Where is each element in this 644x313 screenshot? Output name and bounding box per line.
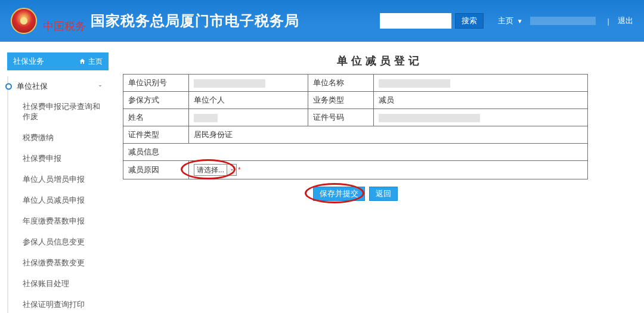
home-link[interactable]: 主页 ▼: [498, 16, 523, 26]
button-row: 保存并提交 返回: [123, 187, 588, 201]
chevron-down-icon: [97, 82, 104, 91]
sidebar-group-unit-social[interactable]: 单位社保: [8, 76, 109, 97]
national-emblem-icon: [11, 8, 37, 34]
sidebar-item[interactable]: 社保费申报: [8, 148, 109, 169]
value-unit-id: [189, 75, 308, 92]
current-user-placeholder: [530, 17, 596, 25]
value-cert-no: [374, 109, 588, 126]
value-biz-type: 减员: [374, 92, 588, 109]
sidebar-item[interactable]: 社保证明查询打印: [8, 295, 109, 313]
reduce-reason-select[interactable]: 请选择...: [194, 164, 237, 176]
value-cert-type: 居民身份证: [189, 126, 588, 144]
section-reduce-info: 减员信息: [123, 144, 588, 161]
site-title: 国家税务总局厦门市电子税务局: [91, 11, 299, 30]
sidebar-items: 社保费申报记录查询和作废 税费缴纳 社保费申报 单位人员增员申报 单位人员减员申…: [8, 97, 109, 313]
divider: |: [608, 17, 609, 26]
sidebar-item[interactable]: 社保账目处理: [8, 274, 109, 295]
logout-link[interactable]: 退出: [618, 16, 633, 26]
home-icon: [79, 58, 86, 65]
app-header: 中国税务 国家税务总局厦门市电子税务局 搜索 主页 ▼ | 退出: [0, 0, 644, 42]
label-insure-mode: 参保方式: [123, 92, 189, 109]
back-button[interactable]: 返回: [369, 187, 398, 201]
sidebar-home-link[interactable]: 主页: [79, 57, 103, 67]
sidebar-item[interactable]: 单位人员减员申报: [8, 190, 109, 211]
chevron-down-icon: ▼: [517, 18, 523, 24]
sidebar-item[interactable]: 税费缴纳: [8, 128, 109, 148]
search-button[interactable]: 搜索: [455, 13, 484, 29]
value-unit-name: [374, 75, 588, 92]
form-table: 单位识别号 单位名称 参保方式 单位个人 业务类型 减员 姓名 证件号码 证件类…: [123, 74, 588, 179]
sidebar-item[interactable]: 年度缴费基数申报: [8, 211, 109, 232]
sidebar-header: 社保业务 主页: [7, 52, 109, 70]
label-cert-type: 证件类型: [123, 126, 189, 144]
sidebar-item[interactable]: 社保缴费基数变更: [8, 253, 109, 274]
label-cert-no: 证件号码: [308, 109, 374, 126]
dropdown-arrow-icon: [227, 165, 236, 175]
value-name: [189, 109, 308, 126]
sidebar-item[interactable]: 参保人员信息变更: [8, 232, 109, 253]
sidebar-module-title: 社保业务: [13, 56, 44, 67]
value-insure-mode: 单位个人: [189, 92, 308, 109]
save-submit-button[interactable]: 保存并提交: [313, 187, 365, 201]
label-name: 姓名: [123, 109, 189, 126]
calligraphy-logo: 中国税务: [43, 19, 86, 33]
required-star-icon: *: [238, 166, 241, 174]
label-biz-type: 业务类型: [308, 92, 374, 109]
label-unit-name: 单位名称: [308, 75, 374, 92]
label-unit-id: 单位识别号: [123, 75, 189, 92]
label-reduce-reason: 减员原因: [123, 161, 189, 179]
sidebar-item[interactable]: 单位人员增员申报: [8, 169, 109, 190]
main-content: 单位减员登记 单位识别号 单位名称 参保方式 单位个人 业务类型 减员 姓名 证…: [109, 52, 637, 313]
page-title: 单位减员登记: [123, 54, 637, 68]
search-input[interactable]: [380, 13, 451, 29]
sidebar: 社保业务 主页 单位社保 社保费申报记录查询和作废 税费缴纳 社保费申报 单位人…: [7, 52, 109, 313]
cell-reduce-reason: 请选择... *: [189, 161, 588, 179]
sidebar-item[interactable]: 社保费申报记录查询和作废: [8, 97, 109, 128]
